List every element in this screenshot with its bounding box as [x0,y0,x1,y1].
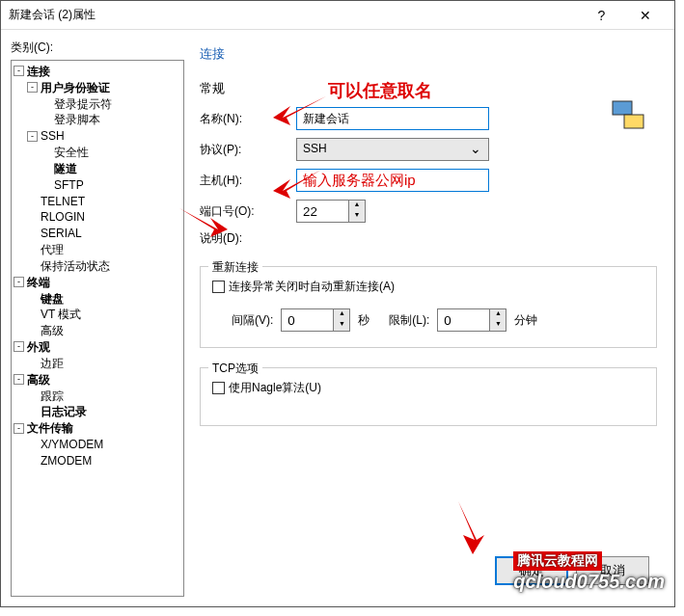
interval-down[interactable]: ▼ [334,320,349,331]
port-down[interactable]: ▼ [349,211,365,222]
tree-item[interactable]: SFTP [14,176,181,193]
tree-item[interactable]: SERIAL [14,225,181,241]
protocol-select[interactable]: SSH [296,138,489,161]
tree-label[interactable]: SSH [41,129,65,143]
reconnect-checkbox-label: 连接异常关闭时自动重新连接(A) [229,279,395,295]
right-panel: 连接 常规 名称(N): 协议(P): SSH 主机(H): 端口号(O): [192,40,665,597]
interval-label: 间隔(V): [232,312,273,329]
tree-expander[interactable]: - [14,423,24,434]
tree-item[interactable]: 代理 [14,241,181,257]
limit-label: 限制(L): [389,312,429,329]
tree-item[interactable]: 边距 [14,355,181,371]
tree-expander[interactable]: - [14,277,24,287]
port-input[interactable] [296,200,349,223]
protocol-label: 协议(P): [200,142,296,158]
host-label: 主机(H): [200,173,296,189]
tree-item[interactable]: 登录提示符 [14,95,181,112]
reconnect-legend: 重新连接 [208,259,262,276]
tree-label[interactable]: 登录脚本 [54,113,100,126]
svg-rect-0 [613,101,632,115]
tree-item[interactable]: 安全性 [14,144,181,160]
tree-label[interactable]: VT 模式 [41,308,81,321]
tree-label[interactable]: 边距 [41,357,64,370]
tree-item[interactable]: 高级 [14,322,181,338]
svg-rect-1 [624,115,643,128]
port-up[interactable]: ▲ [349,201,365,211]
tcp-fieldset: TCP选项 使用Nagle算法(U) [200,367,657,426]
tree-label[interactable]: 文件传输 [27,421,73,435]
tree-item[interactable]: 键盘 [14,290,181,307]
tree-item[interactable]: 隧道 [14,160,181,176]
port-spinner[interactable]: ▲ ▼ [296,200,366,223]
help-button[interactable]: ? [580,1,623,30]
tree-label[interactable]: 代理 [41,243,64,256]
tree-label[interactable]: RLOGIN [41,210,85,224]
tree-item[interactable]: -文件传输 [14,419,181,436]
tree-item[interactable]: X/YMODEM [14,436,181,452]
tree-item[interactable]: 保持活动状态 [14,257,181,274]
tree-item[interactable]: RLOGIN [14,208,181,225]
tree-item[interactable]: -用户身份验证 [14,79,181,95]
tree-item[interactable]: TELNET [14,193,181,209]
ok-button[interactable]: 确定 [495,556,568,585]
tree-label[interactable]: 隧道 [54,162,77,175]
tree-label[interactable]: X/YMODEM [41,438,103,451]
tree-label[interactable]: 安全性 [54,146,89,159]
tree-item[interactable]: 日志记录 [14,403,181,419]
tree-label[interactable]: 终端 [27,276,50,289]
limit-spinner[interactable]: ▲▼ [437,308,506,332]
tree-item[interactable]: ZMODEM [14,452,181,469]
tree-label[interactable]: 保持活动状态 [41,259,110,273]
tree-label[interactable]: TELNET [41,194,85,207]
tree-label[interactable]: 外观 [27,340,50,354]
tree-expander[interactable]: - [14,374,24,385]
tree-label[interactable]: 日志记录 [41,405,87,418]
tcp-legend: TCP选项 [208,361,262,377]
host-input[interactable] [296,169,489,192]
tree-item[interactable]: -连接 [14,63,181,79]
dialog-title: 新建会话 (2)属性 [9,7,580,23]
tree-item[interactable]: 跟踪 [14,388,181,404]
tree-expander[interactable]: - [14,341,24,352]
tree-expander[interactable]: - [27,82,38,93]
tree-item[interactable]: VT 模式 [14,306,181,322]
interval-input[interactable] [281,308,334,332]
connection-icon [611,97,645,132]
nagle-checkbox[interactable] [212,382,225,394]
tree-label[interactable]: SERIAL [41,227,82,240]
category-label: 类别(C): [11,40,184,56]
tree-expander[interactable]: - [27,131,38,142]
tree-expander[interactable]: - [14,66,24,76]
tree-label[interactable]: 用户身份验证 [41,81,110,94]
tree-label[interactable]: ZMODEM [41,454,92,468]
tree-item[interactable]: -SSH [14,127,181,144]
cancel-button[interactable]: 取消 [576,556,649,585]
tree-label[interactable]: 高级 [41,324,64,337]
desc-label: 说明(D): [200,230,296,247]
tree-label[interactable]: 键盘 [41,291,64,305]
tree-item[interactable]: 登录脚本 [14,111,181,127]
tree-label[interactable]: 跟踪 [41,388,64,402]
limit-unit: 分钟 [514,312,537,329]
nagle-checkbox-label: 使用Nagle算法(U) [229,380,321,396]
tree-label[interactable]: 连接 [27,65,50,78]
tree-label[interactable]: SFTP [54,178,84,192]
tree-label[interactable]: 高级 [27,373,50,387]
port-label: 端口号(O): [200,203,296,220]
close-button[interactable]: ✕ [623,1,667,30]
tree-item[interactable]: -外观 [14,338,181,355]
limit-up[interactable]: ▲ [490,309,506,320]
reconnect-fieldset: 重新连接 连接异常关闭时自动重新连接(A) 间隔(V): ▲▼ 秒 限制(L): [200,266,657,348]
category-tree[interactable]: -连接-用户身份验证登录提示符登录脚本-SSH安全性隧道SFTPTELNETRL… [11,60,184,597]
tree-item[interactable]: -终端 [14,274,181,290]
limit-input[interactable] [437,308,490,332]
name-input[interactable] [296,107,489,130]
reconnect-checkbox[interactable] [212,281,225,293]
properties-dialog: 新建会话 (2)属性 ? ✕ 类别(C): -连接-用户身份验证登录提示符登录脚… [0,0,675,607]
tree-item[interactable]: -高级 [14,371,181,388]
interval-spinner[interactable]: ▲▼ [281,308,350,332]
tree-label[interactable]: 登录提示符 [54,96,112,110]
name-label: 名称(N): [200,111,296,127]
limit-down[interactable]: ▼ [490,320,506,331]
interval-up[interactable]: ▲ [334,309,349,320]
